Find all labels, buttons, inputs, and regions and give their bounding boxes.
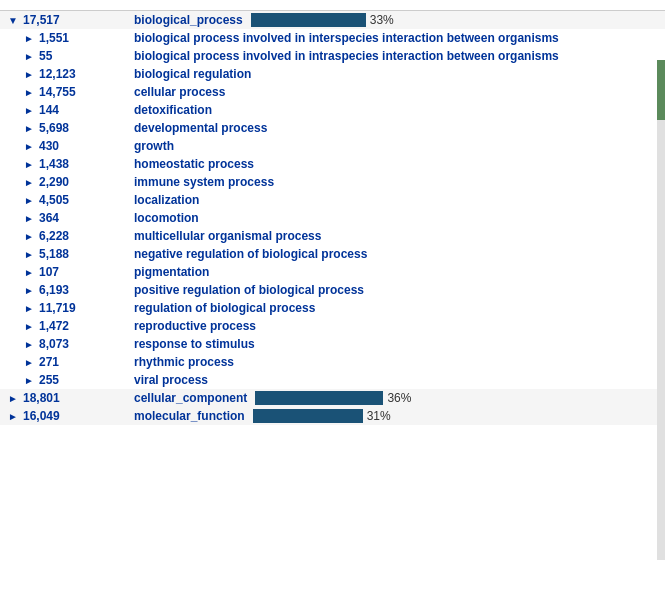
go-term-name[interactable]: multicellular organismal process xyxy=(134,229,321,243)
expand-right-icon[interactable]: ► xyxy=(22,373,36,387)
percentage-bar xyxy=(255,391,383,405)
percentage-bar xyxy=(253,409,363,423)
go-term-name[interactable]: developmental process xyxy=(134,121,267,135)
go-term-name[interactable]: biological process involved in interspec… xyxy=(134,31,559,45)
expand-right-icon[interactable]: ► xyxy=(22,193,36,207)
entry-number: 271 xyxy=(39,355,59,369)
entries-cell: ►18,801 xyxy=(0,391,130,405)
scrollbar-thumb[interactable] xyxy=(657,60,665,120)
entries-cell: ►4,505 xyxy=(0,193,130,207)
go-term-name[interactable]: cellular process xyxy=(134,85,225,99)
entries-cell: ▼17,517 xyxy=(0,13,130,27)
expand-right-icon[interactable]: ► xyxy=(22,337,36,351)
entries-cell: ►107 xyxy=(0,265,130,279)
go-term-name[interactable]: biological_process xyxy=(134,13,243,27)
go-term-name[interactable]: localization xyxy=(134,193,199,207)
entry-number: 107 xyxy=(39,265,59,279)
go-term-name[interactable]: detoxification xyxy=(134,103,212,117)
expand-right-icon[interactable]: ► xyxy=(22,247,36,261)
table-row: ►107pigmentation xyxy=(0,263,665,281)
entries-cell: ►55 xyxy=(0,49,130,63)
go-term-name[interactable]: biological regulation xyxy=(134,67,251,81)
go-cell: biological_process33% xyxy=(130,13,665,27)
entry-number: 5,188 xyxy=(39,247,69,261)
go-term-name[interactable]: homeostatic process xyxy=(134,157,254,171)
table-row: ▼17,517biological_process33% xyxy=(0,11,665,29)
expand-right-icon[interactable]: ► xyxy=(22,229,36,243)
go-term-name[interactable]: negative regulation of biological proces… xyxy=(134,247,367,261)
go-term-name[interactable]: pigmentation xyxy=(134,265,209,279)
entry-number: 11,719 xyxy=(39,301,76,315)
entry-number: 17,517 xyxy=(23,13,60,27)
percentage-bar xyxy=(251,13,366,27)
table-row: ►271rhythmic process xyxy=(0,353,665,371)
expand-right-icon[interactable]: ► xyxy=(22,319,36,333)
go-term-name[interactable]: reproductive process xyxy=(134,319,256,333)
table-row: ►12,123biological regulation xyxy=(0,65,665,83)
go-cell: response to stimulus xyxy=(130,337,665,351)
scrollbar[interactable] xyxy=(657,60,665,560)
table-row: ►5,188negative regulation of biological … xyxy=(0,245,665,263)
expand-right-icon[interactable]: ► xyxy=(6,409,20,423)
entries-cell: ►364 xyxy=(0,211,130,225)
go-cell: localization xyxy=(130,193,665,207)
expand-right-icon[interactable]: ► xyxy=(22,301,36,315)
entries-cell: ►16,049 xyxy=(0,409,130,423)
expand-right-icon[interactable]: ► xyxy=(22,355,36,369)
expand-right-icon[interactable]: ► xyxy=(22,283,36,297)
go-term-name[interactable]: growth xyxy=(134,139,174,153)
go-term-name[interactable]: positive regulation of biological proces… xyxy=(134,283,364,297)
go-term-name[interactable]: molecular_function xyxy=(134,409,245,423)
table-row: ►430growth xyxy=(0,137,665,155)
entry-number: 144 xyxy=(39,103,59,117)
go-cell: growth xyxy=(130,139,665,153)
entries-cell: ►12,123 xyxy=(0,67,130,81)
entries-cell: ►8,073 xyxy=(0,337,130,351)
go-term-name[interactable]: regulation of biological process xyxy=(134,301,315,315)
entries-cell: ►255 xyxy=(0,373,130,387)
bar-container: 33% xyxy=(251,13,394,27)
expand-right-icon[interactable]: ► xyxy=(22,85,36,99)
expand-right-icon[interactable]: ► xyxy=(22,67,36,81)
entry-number: 255 xyxy=(39,373,59,387)
go-cell: biological process involved in interspec… xyxy=(130,31,665,45)
go-cell: positive regulation of biological proces… xyxy=(130,283,665,297)
expand-right-icon[interactable]: ► xyxy=(22,175,36,189)
go-term-name[interactable]: response to stimulus xyxy=(134,337,255,351)
table-row: ►144detoxification xyxy=(0,101,665,119)
expand-right-icon[interactable]: ► xyxy=(22,121,36,135)
go-cell: biological process involved in intraspec… xyxy=(130,49,665,63)
go-term-name[interactable]: cellular_component xyxy=(134,391,247,405)
header-row xyxy=(0,0,665,11)
expand-down-icon[interactable]: ▼ xyxy=(6,13,20,27)
entry-number: 55 xyxy=(39,49,52,63)
entries-cell: ►5,698 xyxy=(0,121,130,135)
go-term-name[interactable]: rhythmic process xyxy=(134,355,234,369)
entry-number: 18,801 xyxy=(23,391,60,405)
expand-right-icon[interactable]: ► xyxy=(22,157,36,171)
entries-cell: ►5,188 xyxy=(0,247,130,261)
go-term-name[interactable]: biological process involved in intraspec… xyxy=(134,49,559,63)
entry-number: 6,193 xyxy=(39,283,69,297)
expand-right-icon[interactable]: ► xyxy=(22,139,36,153)
go-term-name[interactable]: viral process xyxy=(134,373,208,387)
go-cell: cellular process xyxy=(130,85,665,99)
entry-number: 364 xyxy=(39,211,59,225)
entries-cell: ►430 xyxy=(0,139,130,153)
go-term-name[interactable]: immune system process xyxy=(134,175,274,189)
go-cell: viral process xyxy=(130,373,665,387)
table-row: ►364locomotion xyxy=(0,209,665,227)
entries-cell: ►11,719 xyxy=(0,301,130,315)
entry-number: 14,755 xyxy=(39,85,76,99)
entry-number: 12,123 xyxy=(39,67,76,81)
expand-right-icon[interactable]: ► xyxy=(22,103,36,117)
expand-right-icon[interactable]: ► xyxy=(22,31,36,45)
go-term-name[interactable]: locomotion xyxy=(134,211,199,225)
expand-right-icon[interactable]: ► xyxy=(6,391,20,405)
expand-right-icon[interactable]: ► xyxy=(22,49,36,63)
expand-right-icon[interactable]: ► xyxy=(22,265,36,279)
entries-cell: ►144 xyxy=(0,103,130,117)
expand-right-icon[interactable]: ► xyxy=(22,211,36,225)
percentage-label: 33% xyxy=(370,13,394,27)
table-row: ►4,505localization xyxy=(0,191,665,209)
